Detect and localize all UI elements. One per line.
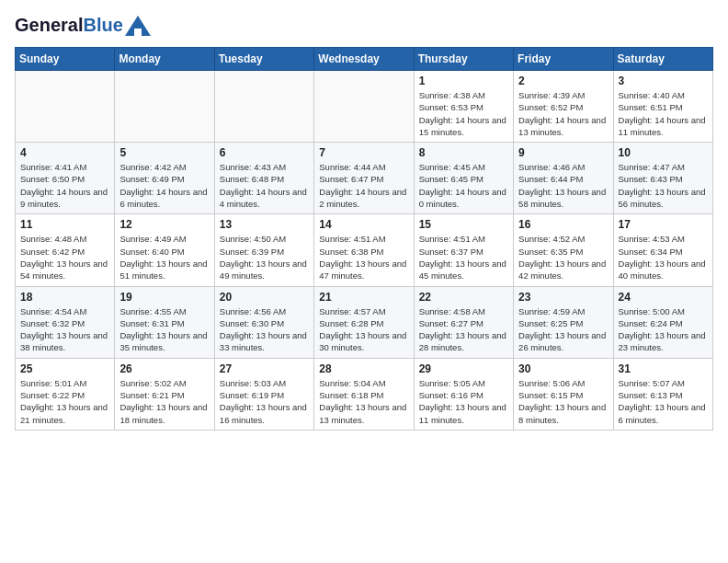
day-number: 15 — [419, 218, 508, 231]
day-number: 1 — [419, 75, 508, 87]
weekday-header-saturday: Saturday — [613, 48, 712, 71]
day-info: Sunrise: 5:01 AMSunset: 6:22 PMDaylight:… — [20, 377, 109, 426]
day-info: Sunrise: 4:53 AMSunset: 6:34 PMDaylight:… — [619, 233, 708, 282]
day-number: 31 — [619, 362, 708, 375]
calendar-cell: 1Sunrise: 4:38 AMSunset: 6:53 PMDaylight… — [414, 71, 513, 143]
calendar-cell: 14Sunrise: 4:51 AMSunset: 6:38 PMDayligh… — [314, 214, 414, 286]
logo-general: General — [15, 15, 83, 36]
day-number: 11 — [20, 218, 109, 231]
day-info: Sunrise: 4:58 AMSunset: 6:27 PMDaylight:… — [419, 305, 508, 354]
calendar-table: SundayMondayTuesdayWednesdayThursdayFrid… — [15, 47, 713, 431]
calendar-cell: 17Sunrise: 4:53 AMSunset: 6:34 PMDayligh… — [613, 214, 712, 286]
day-info: Sunrise: 5:02 AMSunset: 6:21 PMDaylight:… — [119, 377, 209, 426]
calendar-cell: 18Sunrise: 4:54 AMSunset: 6:32 PMDayligh… — [16, 286, 115, 358]
logo-icon — [125, 16, 151, 36]
weekday-header-sunday: Sunday — [16, 48, 115, 71]
day-info: Sunrise: 4:52 AMSunset: 6:35 PMDaylight:… — [518, 233, 608, 282]
day-info: Sunrise: 4:39 AMSunset: 6:52 PMDaylight:… — [518, 89, 608, 138]
day-number: 12 — [119, 218, 209, 231]
day-number: 8 — [419, 146, 508, 159]
day-info: Sunrise: 5:04 AMSunset: 6:18 PMDaylight:… — [319, 377, 408, 426]
day-number: 13 — [220, 218, 309, 231]
calendar-cell: 24Sunrise: 5:00 AMSunset: 6:24 PMDayligh… — [613, 286, 712, 358]
weekday-header-friday: Friday — [514, 48, 613, 71]
day-info: Sunrise: 5:03 AMSunset: 6:19 PMDaylight:… — [220, 377, 309, 426]
weekday-header-thursday: Thursday — [414, 48, 513, 71]
calendar-cell: 7Sunrise: 4:44 AMSunset: 6:47 PMDaylight… — [314, 143, 414, 214]
calendar-cell — [214, 71, 313, 143]
day-number: 26 — [119, 362, 209, 375]
calendar-week-row: 18Sunrise: 4:54 AMSunset: 6:32 PMDayligh… — [16, 286, 713, 358]
calendar-cell: 4Sunrise: 4:41 AMSunset: 6:50 PMDaylight… — [16, 143, 115, 214]
calendar-cell — [314, 71, 414, 143]
day-info: Sunrise: 4:38 AMSunset: 6:53 PMDaylight:… — [419, 89, 508, 138]
day-number: 16 — [518, 218, 608, 231]
day-number: 27 — [220, 362, 309, 375]
calendar-cell: 26Sunrise: 5:02 AMSunset: 6:21 PMDayligh… — [115, 358, 214, 430]
calendar-week-row: 25Sunrise: 5:01 AMSunset: 6:22 PMDayligh… — [16, 358, 713, 430]
calendar-cell: 3Sunrise: 4:40 AMSunset: 6:51 PMDaylight… — [613, 71, 712, 143]
day-info: Sunrise: 4:41 AMSunset: 6:50 PMDaylight:… — [20, 161, 109, 210]
day-info: Sunrise: 4:42 AMSunset: 6:49 PMDaylight:… — [119, 161, 209, 210]
calendar-cell: 19Sunrise: 4:55 AMSunset: 6:31 PMDayligh… — [115, 286, 214, 358]
day-number: 23 — [518, 291, 608, 304]
calendar-cell: 25Sunrise: 5:01 AMSunset: 6:22 PMDayligh… — [16, 358, 115, 430]
day-info: Sunrise: 5:05 AMSunset: 6:16 PMDaylight:… — [419, 377, 508, 426]
calendar-week-row: 11Sunrise: 4:48 AMSunset: 6:42 PMDayligh… — [16, 214, 713, 286]
svg-marker-0 — [125, 16, 151, 36]
calendar-cell — [115, 71, 214, 143]
weekday-header-monday: Monday — [115, 48, 214, 71]
calendar-cell: 16Sunrise: 4:52 AMSunset: 6:35 PMDayligh… — [514, 214, 613, 286]
day-number: 5 — [119, 146, 209, 159]
calendar-cell — [16, 71, 115, 143]
weekday-header-tuesday: Tuesday — [214, 48, 313, 71]
day-info: Sunrise: 4:47 AMSunset: 6:43 PMDaylight:… — [619, 161, 708, 210]
calendar-week-row: 4Sunrise: 4:41 AMSunset: 6:50 PMDaylight… — [16, 143, 713, 214]
calendar-cell: 12Sunrise: 4:49 AMSunset: 6:40 PMDayligh… — [115, 214, 214, 286]
calendar-cell: 8Sunrise: 4:45 AMSunset: 6:45 PMDaylight… — [414, 143, 513, 214]
day-info: Sunrise: 4:59 AMSunset: 6:25 PMDaylight:… — [518, 305, 608, 354]
day-info: Sunrise: 4:51 AMSunset: 6:37 PMDaylight:… — [419, 233, 508, 282]
calendar-header-row: SundayMondayTuesdayWednesdayThursdayFrid… — [16, 48, 713, 71]
day-info: Sunrise: 4:46 AMSunset: 6:44 PMDaylight:… — [518, 161, 608, 210]
calendar-cell: 29Sunrise: 5:05 AMSunset: 6:16 PMDayligh… — [414, 358, 513, 430]
day-number: 20 — [220, 291, 309, 304]
day-info: Sunrise: 5:00 AMSunset: 6:24 PMDaylight:… — [619, 305, 708, 354]
calendar-cell: 10Sunrise: 4:47 AMSunset: 6:43 PMDayligh… — [613, 143, 712, 214]
weekday-header-wednesday: Wednesday — [314, 48, 414, 71]
day-info: Sunrise: 4:55 AMSunset: 6:31 PMDaylight:… — [119, 305, 209, 354]
day-info: Sunrise: 4:50 AMSunset: 6:39 PMDaylight:… — [220, 233, 309, 282]
calendar-cell: 30Sunrise: 5:06 AMSunset: 6:15 PMDayligh… — [514, 358, 613, 430]
day-info: Sunrise: 4:49 AMSunset: 6:40 PMDaylight:… — [119, 233, 209, 282]
page-header: General Blue — [15, 15, 713, 36]
day-number: 3 — [619, 75, 708, 87]
day-info: Sunrise: 4:44 AMSunset: 6:47 PMDaylight:… — [319, 161, 408, 210]
calendar-cell: 20Sunrise: 4:56 AMSunset: 6:30 PMDayligh… — [214, 286, 313, 358]
calendar-cell: 23Sunrise: 4:59 AMSunset: 6:25 PMDayligh… — [514, 286, 613, 358]
calendar-cell: 15Sunrise: 4:51 AMSunset: 6:37 PMDayligh… — [414, 214, 513, 286]
day-number: 24 — [619, 291, 708, 304]
day-number: 25 — [20, 362, 109, 375]
day-number: 22 — [419, 291, 508, 304]
day-number: 2 — [518, 75, 608, 87]
calendar-cell: 9Sunrise: 4:46 AMSunset: 6:44 PMDaylight… — [514, 143, 613, 214]
day-number: 28 — [319, 362, 408, 375]
day-info: Sunrise: 4:51 AMSunset: 6:38 PMDaylight:… — [319, 233, 408, 282]
day-info: Sunrise: 4:40 AMSunset: 6:51 PMDaylight:… — [619, 89, 708, 138]
calendar-cell: 13Sunrise: 4:50 AMSunset: 6:39 PMDayligh… — [214, 214, 313, 286]
calendar-cell: 28Sunrise: 5:04 AMSunset: 6:18 PMDayligh… — [314, 358, 414, 430]
day-info: Sunrise: 4:45 AMSunset: 6:45 PMDaylight:… — [419, 161, 508, 210]
calendar-cell: 2Sunrise: 4:39 AMSunset: 6:52 PMDaylight… — [514, 71, 613, 143]
day-number: 10 — [619, 146, 708, 159]
day-info: Sunrise: 4:43 AMSunset: 6:48 PMDaylight:… — [220, 161, 309, 210]
day-number: 29 — [419, 362, 508, 375]
day-number: 6 — [220, 146, 309, 159]
logo: General Blue — [15, 15, 151, 36]
day-number: 30 — [518, 362, 608, 375]
day-number: 9 — [518, 146, 608, 159]
day-number: 7 — [319, 146, 408, 159]
calendar-cell: 6Sunrise: 4:43 AMSunset: 6:48 PMDaylight… — [214, 143, 313, 214]
day-number: 17 — [619, 218, 708, 231]
calendar-cell: 27Sunrise: 5:03 AMSunset: 6:19 PMDayligh… — [214, 358, 313, 430]
calendar-cell: 31Sunrise: 5:07 AMSunset: 6:13 PMDayligh… — [613, 358, 712, 430]
